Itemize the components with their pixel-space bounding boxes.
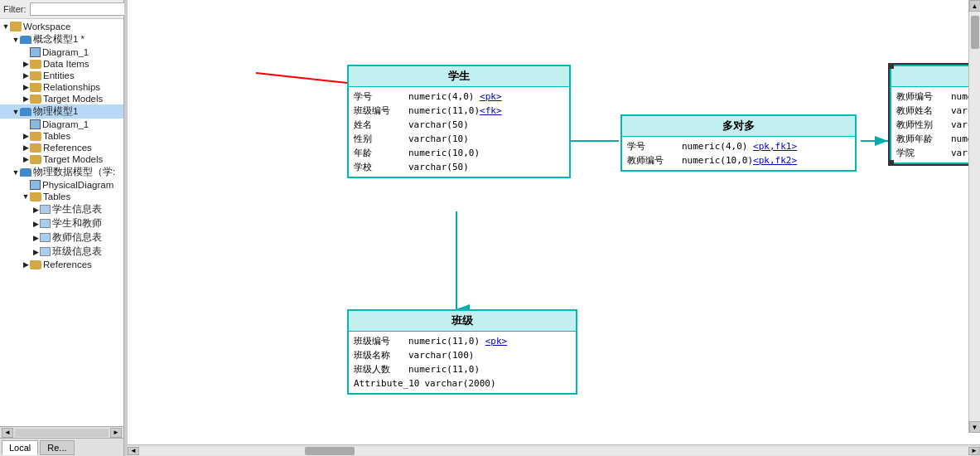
references2-label: References — [43, 260, 92, 269]
tree-entities[interactable]: ▶ Entities — [0, 70, 123, 81]
expand-ts: ▶ — [31, 206, 40, 214]
hscroll-left-btn[interactable]: ◄ — [128, 447, 139, 455]
hscroll-track[interactable] — [139, 447, 968, 455]
tree-targetmodels2[interactable]: ▶ Target Models — [0, 153, 123, 165]
horizontal-scrollbar[interactable]: ◄ ► — [128, 444, 980, 456]
expand-ph1: ▼ — [12, 108, 20, 116]
tree-physical2[interactable]: ▼ 物理数据模型（学: — [0, 165, 123, 179]
tree-references2[interactable]: ▶ References — [0, 259, 123, 270]
diagram-icon-phd — [30, 180, 41, 190]
physdiagram-label: PhysicalDiagram — [42, 180, 113, 190]
table-student-label: 学生信息表 — [52, 203, 102, 216]
workspace-folder-icon — [10, 22, 22, 32]
tree-physdiagram[interactable]: PhysicalDiagram — [0, 179, 123, 191]
vertical-scrollbar[interactable]: ▲ ▼ — [968, 0, 980, 433]
left-scroll-btn2[interactable]: ► — [110, 428, 122, 438]
left-scroll-btn[interactable]: ◄ — [2, 428, 13, 438]
folder-rel — [30, 83, 41, 92]
table-teacher-header: 老师 — [891, 66, 980, 87]
tree-workspace[interactable]: ▼ Workspace — [0, 21, 123, 32]
entities-label: Entities — [43, 70, 75, 80]
tree-diagram1b[interactable]: Diagram_1 — [0, 119, 123, 130]
hscroll-thumb[interactable] — [305, 447, 355, 455]
canvas-area[interactable]: 学生 学号numeric(4,0) <pk> 班级编号numeric(11,0)… — [128, 0, 980, 444]
table-teacher-label: 教师信息表 — [52, 231, 102, 244]
relationships-label: Relationships — [43, 82, 100, 92]
tab-repo-label: Re... — [47, 443, 66, 453]
tree-physical1[interactable]: ▼ 物理模型1 — [0, 104, 123, 119]
table-teacher-diagram[interactable]: 老师 教师编号numeric(10,0)<pk> 教师姓名varchar(50)… — [890, 65, 980, 164]
expand-ph2: ▼ — [12, 168, 20, 177]
tree-diagram1[interactable]: Diagram_1 — [0, 46, 123, 58]
expand-tc: ▶ — [31, 248, 40, 256]
handle-bl[interactable] — [888, 160, 894, 166]
physical1-label: 物理模型1 — [33, 105, 78, 118]
tree-relationships[interactable]: ▶ Relationships — [0, 81, 123, 93]
table-teacher-body: 教师编号numeric(10,0)<pk> 教师姓名varchar(50) 教师… — [891, 87, 980, 163]
diagram-icon-d1b — [30, 119, 41, 129]
targetmodels2-label: Target Models — [43, 154, 103, 164]
tab-local[interactable]: Local — [2, 440, 38, 455]
left-scroll-bar[interactable]: ◄ ► — [0, 426, 123, 438]
expand-tb2: ▼ — [22, 192, 30, 201]
folder-tm2 — [30, 155, 41, 164]
expand-tm2: ▶ — [22, 155, 30, 163]
scroll-thumb[interactable] — [971, 16, 979, 49]
folder-rf2 — [30, 260, 41, 269]
expand-tm1: ▶ — [22, 95, 30, 103]
filter-bar: Filter: — [0, 0, 123, 19]
scroll-down-button[interactable]: ▼ — [969, 421, 981, 433]
tree-table-class[interactable]: ▶ 班级信息表 — [0, 245, 123, 259]
expand-tst: ▶ — [31, 220, 40, 228]
table-manytomany-header: 多对多 — [622, 116, 855, 137]
table-icon-student — [40, 205, 51, 214]
main-area: 学生 学号numeric(4,0) <pk> 班级编号numeric(11,0)… — [128, 0, 980, 456]
tree-tables2[interactable]: ▼ Tables — [0, 191, 123, 202]
tree-table-stuteach[interactable]: ▶ 学生和教师 — [0, 216, 123, 230]
tables2-label: Tables — [43, 192, 70, 201]
scroll-track[interactable] — [969, 12, 980, 421]
references1-label: References — [43, 143, 92, 153]
tree-area[interactable]: ▼ Workspace ▼ 概念模型1 * Diagram_1 ▶ Data I… — [0, 19, 123, 426]
svg-line-4 — [256, 73, 347, 83]
tree-dataitems[interactable]: ▶ Data Items — [0, 58, 123, 70]
scroll-up-button[interactable]: ▲ — [969, 0, 981, 12]
table-stuteach-label: 学生和教师 — [52, 217, 102, 230]
spacer2 — [22, 120, 30, 129]
table-manytomany-diagram[interactable]: 多对多 学号numeric(4,0) <pk,fk1> 教师编号numeric(… — [620, 114, 857, 172]
diagram1b-label: Diagram_1 — [42, 119, 89, 129]
conceptual1-label: 概念模型1 * — [33, 33, 84, 46]
folder-tb2 — [30, 192, 41, 201]
tree-table-student[interactable]: ▶ 学生信息表 — [0, 202, 123, 216]
table-manytomany-body: 学号numeric(4,0) <pk,fk1> 教师编号numeric(10,0… — [622, 137, 855, 170]
table-student-header: 学生 — [349, 66, 569, 87]
tree-conceptual1[interactable]: ▼ 概念模型1 * — [0, 32, 123, 46]
expand-icon-c1: ▼ — [12, 36, 20, 44]
annotation-svg — [128, 0, 293, 83]
tree-table-teacher[interactable]: ▶ 教师信息表 — [0, 230, 123, 245]
expand-di: ▶ — [22, 60, 30, 68]
tree-targetmodels1[interactable]: ▶ Target Models — [0, 93, 123, 104]
hscroll-right-btn[interactable]: ► — [968, 447, 980, 455]
folder-en — [30, 71, 41, 80]
expand-tb1: ▶ — [22, 132, 30, 140]
dataitems-label: Data Items — [43, 59, 89, 69]
workspace-label: Workspace — [23, 22, 70, 32]
table-student-diagram[interactable]: 学生 学号numeric(4,0) <pk> 班级编号numeric(11,0)… — [347, 65, 571, 178]
expand-en: ▶ — [22, 71, 30, 80]
filter-label: Filter: — [3, 4, 27, 14]
spacer — [22, 48, 30, 56]
table-class-label: 班级信息表 — [52, 245, 102, 258]
left-panel: Filter: ▼ Workspace ▼ 概念模型1 * Diagram_1 … — [0, 0, 124, 456]
handle-tl[interactable] — [888, 63, 894, 69]
physical2-label: 物理数据模型（学: — [33, 166, 115, 178]
targetmodels1-label: Target Models — [43, 94, 103, 104]
tree-references1[interactable]: ▶ References — [0, 142, 123, 153]
table-class-body: 班级编号numeric(11,0) <pk> 班级名称varchar(100) … — [349, 332, 576, 393]
folder-tb1 — [30, 132, 41, 141]
bottom-tabs: Local Re... — [0, 438, 123, 456]
table-class-header: 班级 — [349, 311, 576, 332]
tree-tables1[interactable]: ▶ Tables — [0, 130, 123, 142]
table-class-diagram[interactable]: 班级 班级编号numeric(11,0) <pk> 班级名称varchar(10… — [347, 309, 577, 395]
tab-repo[interactable]: Re... — [40, 440, 74, 455]
